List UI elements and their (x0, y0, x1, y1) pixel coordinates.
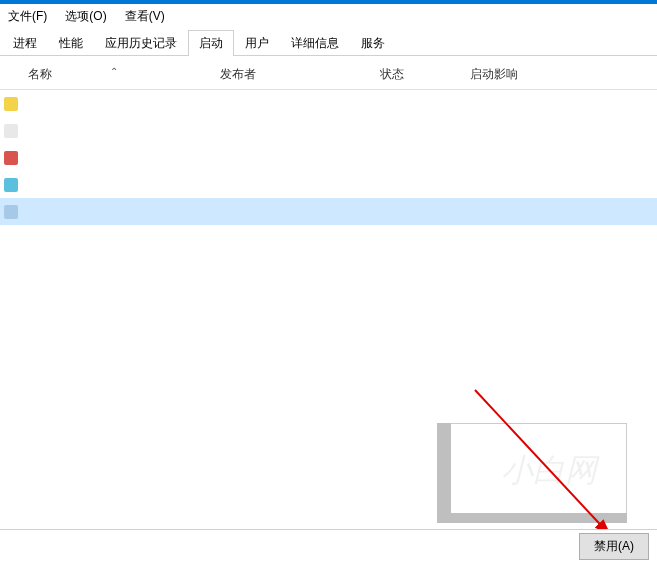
cell-status (380, 205, 470, 219)
cell-name (22, 97, 220, 111)
cell-name (22, 151, 220, 165)
cell-name (22, 124, 220, 138)
tab-startup[interactable]: 启动 (188, 30, 234, 56)
cell-status (380, 97, 470, 111)
app-icon (0, 205, 22, 219)
watermark-side (437, 423, 451, 523)
cell-publisher (220, 178, 380, 192)
watermark-bottom (437, 513, 627, 523)
cell-status (380, 151, 470, 165)
column-name-label: 名称 (28, 67, 52, 81)
cell-impact (470, 124, 590, 138)
cell-name (22, 178, 220, 192)
cell-status (380, 178, 470, 192)
table-row[interactable] (0, 144, 657, 171)
cell-publisher (220, 205, 380, 219)
menu-view[interactable]: 查看(V) (125, 8, 165, 25)
cell-publisher (220, 151, 380, 165)
watermark-text: 小白网 (501, 449, 597, 493)
app-icon (0, 124, 22, 138)
column-header-status[interactable]: 状态 (380, 66, 470, 83)
menu-file[interactable]: 文件(F) (8, 8, 47, 25)
footer-bar: 禁用(A) (0, 529, 657, 563)
tab-services[interactable]: 服务 (350, 30, 396, 56)
app-icon (0, 151, 22, 165)
column-header-publisher[interactable]: 发布者 (220, 66, 380, 83)
menu-options[interactable]: 选项(O) (65, 8, 106, 25)
cell-name (22, 205, 220, 219)
tab-app-history[interactable]: 应用历史记录 (94, 30, 188, 56)
disable-button[interactable]: 禁用(A) (579, 533, 649, 560)
table-row[interactable] (0, 117, 657, 144)
app-icon (0, 178, 22, 192)
column-headers: 名称 ⌃ 发布者 状态 启动影响 (0, 56, 657, 90)
table-row[interactable] (0, 90, 657, 117)
table-row[interactable] (0, 198, 657, 225)
tab-bar: 进程 性能 应用历史记录 启动 用户 详细信息 服务 (0, 29, 657, 56)
cell-status (380, 124, 470, 138)
tab-processes[interactable]: 进程 (2, 30, 48, 56)
tab-performance[interactable]: 性能 (48, 30, 94, 56)
table-row[interactable] (0, 171, 657, 198)
cell-publisher (220, 124, 380, 138)
menu-bar: 文件(F) 选项(O) 查看(V) (0, 4, 657, 29)
cell-impact (470, 97, 590, 111)
cell-impact (470, 205, 590, 219)
cell-publisher (220, 97, 380, 111)
column-header-name[interactable]: 名称 ⌃ (0, 66, 220, 83)
sort-ascending-icon: ⌃ (110, 66, 118, 77)
tab-users[interactable]: 用户 (234, 30, 280, 56)
app-icon (0, 97, 22, 111)
column-header-impact[interactable]: 启动影响 (470, 66, 590, 83)
startup-list (0, 90, 657, 225)
cell-impact (470, 178, 590, 192)
cell-impact (470, 151, 590, 165)
tab-details[interactable]: 详细信息 (280, 30, 350, 56)
